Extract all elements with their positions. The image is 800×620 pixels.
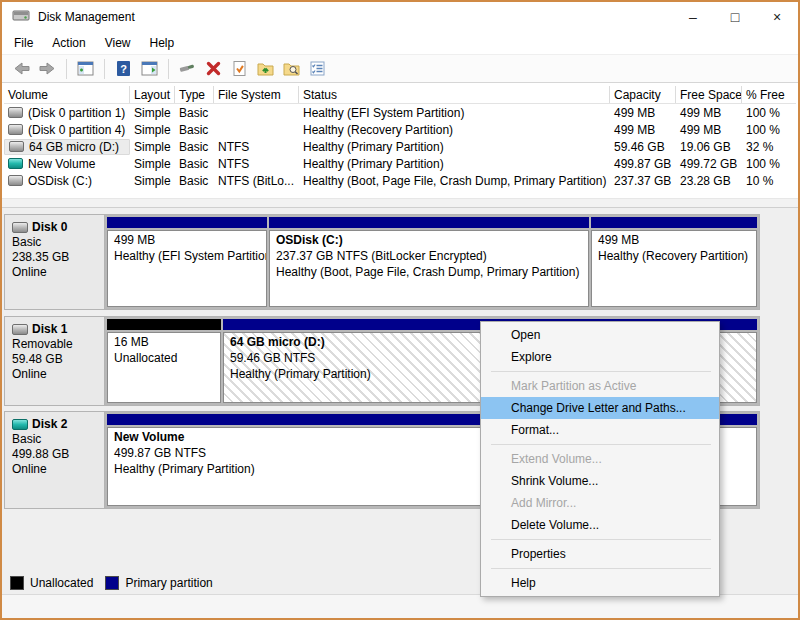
menu-item-format[interactable]: Format...	[481, 419, 719, 441]
menu-item-change-drive-letter[interactable]: Change Drive Letter and Paths...	[481, 397, 719, 419]
volume-capacity: 237.37 GB	[610, 174, 676, 188]
disk-name: Disk 1	[32, 322, 67, 337]
disk-name: Disk 0	[32, 220, 67, 235]
toolbar-separator	[104, 59, 105, 79]
disk-kind: Basic	[12, 432, 97, 447]
toolbar-separator	[66, 59, 67, 79]
menu-item-properties[interactable]: Properties	[481, 543, 719, 565]
partition-color-bar	[269, 217, 589, 228]
partition-recovery[interactable]: 499 MB Healthy (Recovery Partition)	[591, 217, 757, 307]
menu-item-shrink-volume[interactable]: Shrink Volume...	[481, 470, 719, 492]
menu-item-open[interactable]: Open	[481, 324, 719, 346]
volume-icon	[8, 158, 23, 169]
disk-0-label[interactable]: Disk 0 Basic 238.35 GB Online	[4, 214, 105, 310]
partition-osdisk-c[interactable]: OSDisk (C:) 237.37 GB NTFS (BitLocker En…	[269, 217, 589, 307]
menu-item-help[interactable]: Help	[481, 572, 719, 594]
volume-name: New Volume	[28, 157, 95, 171]
partition-size: 237.37 GB NTFS (BitLocker Encrypted)	[276, 248, 582, 264]
back-icon[interactable]	[10, 57, 33, 80]
table-row[interactable]: OSDisk (C:) Simple Basic NTFS (BitLo... …	[4, 172, 796, 189]
table-row[interactable]: (Disk 0 partition 1) Simple Basic Health…	[4, 104, 796, 121]
tool-icon[interactable]	[176, 57, 199, 80]
volume-pct-free: 10 %	[742, 174, 796, 188]
volume-capacity: 59.46 GB	[610, 140, 676, 154]
column-header-file-system[interactable]: File System	[214, 86, 299, 103]
disk-name: Disk 2	[32, 417, 67, 432]
primary-partition-swatch	[105, 576, 119, 590]
menu-item-add-mirror: Add Mirror...	[481, 492, 719, 514]
column-header-capacity[interactable]: Capacity	[610, 86, 676, 103]
menu-view[interactable]: View	[101, 34, 140, 52]
volume-pct-free: 32 %	[742, 140, 796, 154]
volume-file-system: NTFS	[214, 157, 299, 171]
status-bar	[2, 594, 798, 618]
close-button[interactable]: ×	[756, 2, 798, 32]
volume-capacity: 499.87 GB	[610, 157, 676, 171]
volume-list-header: Volume Layout Type File System Status Ca…	[4, 86, 796, 104]
column-header-status[interactable]: Status	[299, 86, 610, 103]
volume-pct-free: 100 %	[742, 157, 796, 171]
folder-up-icon[interactable]	[254, 57, 277, 80]
menu-help[interactable]: Help	[146, 34, 184, 52]
check-document-icon[interactable]	[228, 57, 251, 80]
minimize-button[interactable]: –	[672, 2, 714, 32]
table-row[interactable]: New Volume Simple Basic NTFS Healthy (Pr…	[4, 155, 796, 172]
partition-efi[interactable]: 499 MB Healthy (EFI System Partition)	[107, 217, 267, 307]
volume-status: Healthy (Recovery Partition)	[299, 123, 610, 137]
forward-icon[interactable]	[36, 57, 59, 80]
volume-free-space: 499.72 GB	[676, 157, 742, 171]
menu-item-delete-volume[interactable]: Delete Volume...	[481, 514, 719, 536]
pane-splitter[interactable]	[2, 198, 798, 208]
volume-icon	[8, 124, 23, 135]
maximize-button[interactable]: □	[714, 2, 756, 32]
volume-file-system: NTFS	[214, 140, 299, 154]
volume-name: OSDisk (C:)	[28, 174, 92, 188]
volume-pct-free: 100 %	[742, 106, 796, 120]
partition-status: Unallocated	[114, 350, 214, 366]
volume-name: (Disk 0 partition 1)	[28, 106, 125, 120]
volume-capacity: 499 MB	[610, 123, 676, 137]
console-tree-icon[interactable]	[74, 57, 97, 80]
column-header-layout[interactable]: Layout	[130, 86, 175, 103]
unallocated-swatch	[10, 576, 24, 590]
disk-icon	[12, 324, 28, 335]
table-row[interactable]: (Disk 0 partition 4) Simple Basic Health…	[4, 121, 796, 138]
menu-item-explore[interactable]: Explore	[481, 346, 719, 368]
partition-status: Healthy (Recovery Partition)	[598, 248, 750, 264]
help-icon[interactable]: ?	[112, 57, 135, 80]
volume-status: Healthy (Boot, Page File, Crash Dump, Pr…	[299, 174, 610, 188]
screenshot: Disk Management – □ × File Action View H…	[0, 0, 800, 620]
properties-icon[interactable]	[306, 57, 329, 80]
table-row-selected[interactable]: 64 GB micro (D:) Simple Basic NTFS Healt…	[4, 138, 796, 155]
delete-icon[interactable]	[202, 57, 225, 80]
column-header-type[interactable]: Type	[175, 86, 214, 103]
window-controls: – □ ×	[672, 2, 798, 32]
folder-search-icon[interactable]	[280, 57, 303, 80]
volume-layout: Simple	[130, 123, 175, 137]
volume-file-system: NTFS (BitLo...	[214, 174, 299, 188]
action-pane-icon[interactable]	[138, 57, 161, 80]
column-header-free-space[interactable]: Free Space	[676, 86, 742, 103]
svg-text:?: ?	[120, 63, 127, 75]
menu-separator	[491, 371, 711, 372]
column-header-pct-free[interactable]: % Free	[742, 86, 796, 103]
legend-label: Unallocated	[30, 576, 93, 590]
disk-2-label[interactable]: Disk 2 Basic 499.88 GB Online	[4, 411, 105, 509]
app-disk-icon	[12, 8, 30, 26]
disk-1-label[interactable]: Disk 1 Removable 59.48 GB Online	[4, 316, 105, 406]
menu-item-mark-partition-active: Mark Partition as Active	[481, 375, 719, 397]
menu-file[interactable]: File	[10, 34, 42, 52]
menu-separator	[491, 444, 711, 445]
partition-unallocated[interactable]: 16 MB Unallocated	[107, 319, 221, 403]
volume-free-space: 23.28 GB	[676, 174, 742, 188]
disk-status: Online	[12, 462, 97, 477]
context-menu: Open Explore Mark Partition as Active Ch…	[480, 321, 720, 597]
volume-status: Healthy (EFI System Partition)	[299, 106, 610, 120]
window-title: Disk Management	[38, 10, 135, 24]
menu-action[interactable]: Action	[48, 34, 94, 52]
disk-icon	[12, 222, 28, 233]
column-header-volume[interactable]: Volume	[4, 86, 130, 103]
disk-size: 59.48 GB	[12, 352, 97, 367]
disk-size: 238.35 GB	[12, 250, 97, 265]
partition-size: 499 MB	[598, 232, 750, 248]
